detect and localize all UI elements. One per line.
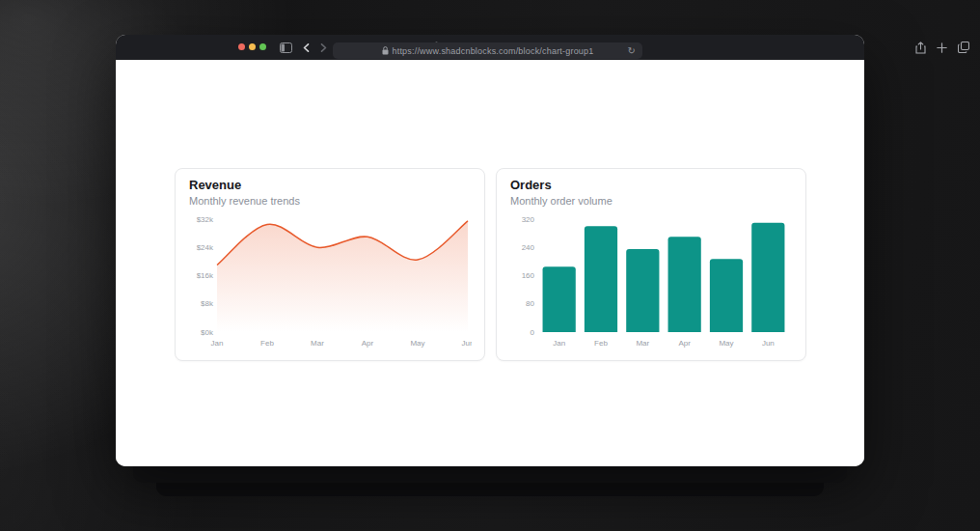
back-button[interactable] xyxy=(300,35,312,60)
traffic-lights xyxy=(238,43,266,50)
card-subtitle: Monthly revenue trends xyxy=(189,195,300,207)
revenue-chart: $32k$24k$16k$8k$0kJanFebMarAprMayJun xyxy=(188,213,472,349)
svg-text:May: May xyxy=(410,339,424,348)
reload-icon[interactable]: ↻ xyxy=(628,43,636,58)
svg-text:Mar: Mar xyxy=(636,339,649,348)
svg-text:May: May xyxy=(719,339,733,348)
svg-text:80: 80 xyxy=(526,299,534,308)
sidebar-toggle-icon xyxy=(280,42,292,53)
share-button[interactable] xyxy=(913,35,927,60)
forward-button[interactable] xyxy=(317,35,329,60)
svg-text:$16k: $16k xyxy=(197,271,214,280)
revenue-card: Revenue Monthly revenue trends $32k$24k$… xyxy=(175,168,485,361)
svg-text:Jan: Jan xyxy=(553,339,565,348)
svg-text:$24k: $24k xyxy=(197,243,214,252)
svg-text:Feb: Feb xyxy=(594,339,608,348)
tabs-overview-icon xyxy=(958,42,969,53)
forward-icon xyxy=(320,43,327,52)
new-tab-button[interactable] xyxy=(935,35,948,60)
svg-text:240: 240 xyxy=(522,243,535,252)
svg-text:320: 320 xyxy=(522,215,535,224)
orders-card: Orders Monthly order volume 320240160800… xyxy=(496,168,806,361)
svg-text:Mar: Mar xyxy=(311,339,324,348)
svg-text:Jun: Jun xyxy=(762,339,775,348)
tabs-overview-button[interactable] xyxy=(956,35,971,60)
browser-window: https://www.shadcnblocks.com/block/chart… xyxy=(116,35,864,466)
svg-text:160: 160 xyxy=(522,271,535,280)
orders-chart: 320240160800JanFebMarAprMayJun xyxy=(509,213,793,349)
share-icon xyxy=(915,42,926,54)
svg-text:Apr: Apr xyxy=(678,339,691,348)
desktop-background: https://www.shadcnblocks.com/block/chart… xyxy=(0,0,980,531)
url-text: https://www.shadcnblocks.com/block/chart… xyxy=(393,46,594,56)
browser-titlebar: https://www.shadcnblocks.com/block/chart… xyxy=(116,35,864,60)
card-title: Revenue xyxy=(189,178,241,192)
svg-text:$0k: $0k xyxy=(201,328,214,337)
svg-text:Feb: Feb xyxy=(260,339,274,348)
minimize-button[interactable] xyxy=(249,43,256,50)
close-button[interactable] xyxy=(238,43,245,50)
zoom-button[interactable] xyxy=(259,43,266,50)
card-title: Orders xyxy=(510,178,552,192)
address-bar[interactable]: https://www.shadcnblocks.com/block/chart… xyxy=(333,42,642,59)
page-content: Revenue Monthly revenue trends $32k$24k$… xyxy=(116,60,864,466)
svg-text:Apr: Apr xyxy=(362,339,374,348)
svg-text:$8k: $8k xyxy=(201,299,214,308)
lock-icon xyxy=(382,46,389,55)
card-subtitle: Monthly order volume xyxy=(510,195,612,207)
svg-text:Jun: Jun xyxy=(462,339,472,348)
new-tab-icon xyxy=(937,42,947,53)
svg-text:$32k: $32k xyxy=(197,215,214,224)
svg-text:Jan: Jan xyxy=(211,339,224,348)
sidebar-toggle-button[interactable] xyxy=(279,35,293,60)
back-icon xyxy=(303,43,310,52)
svg-text:0: 0 xyxy=(531,328,535,337)
